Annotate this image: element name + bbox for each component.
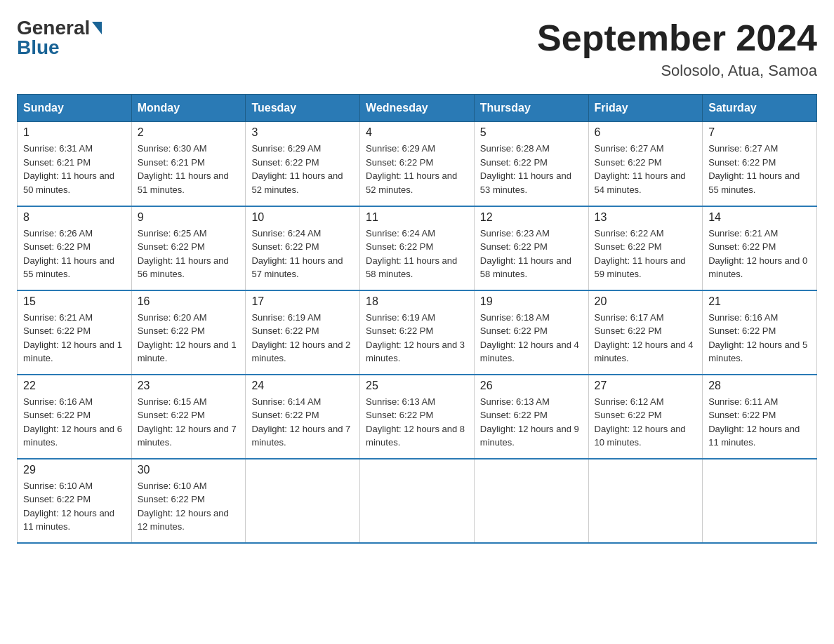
day-number: 22 (23, 380, 126, 392)
calendar-cell: 10Sunrise: 6:24 AMSunset: 6:22 PMDayligh… (246, 206, 360, 290)
day-header-friday: Friday (588, 95, 703, 122)
day-info: Sunrise: 6:27 AMSunset: 6:22 PMDaylight:… (595, 142, 697, 196)
calendar-cell: 20Sunrise: 6:17 AMSunset: 6:22 PMDayligh… (588, 290, 703, 375)
calendar-cell: 17Sunrise: 6:19 AMSunset: 6:22 PMDayligh… (246, 290, 360, 375)
logo-arrow-icon (92, 22, 102, 34)
day-header-monday: Monday (131, 95, 246, 122)
calendar-cell: 14Sunrise: 6:21 AMSunset: 6:22 PMDayligh… (703, 206, 817, 290)
day-info: Sunrise: 6:10 AMSunset: 6:22 PMDaylight:… (138, 479, 240, 534)
calendar-cell (246, 459, 360, 543)
day-info: Sunrise: 6:23 AMSunset: 6:22 PMDaylight:… (480, 227, 583, 281)
calendar-cell: 25Sunrise: 6:13 AMSunset: 6:22 PMDayligh… (360, 375, 475, 459)
day-number: 24 (251, 380, 354, 392)
day-number: 16 (138, 295, 240, 308)
calendar-cell: 24Sunrise: 6:14 AMSunset: 6:22 PMDayligh… (246, 375, 360, 459)
day-info: Sunrise: 6:14 AMSunset: 6:22 PMDaylight:… (251, 395, 354, 450)
calendar-cell: 16Sunrise: 6:20 AMSunset: 6:22 PMDayligh… (131, 290, 246, 375)
day-info: Sunrise: 6:20 AMSunset: 6:22 PMDaylight:… (138, 311, 240, 365)
day-number: 4 (366, 126, 468, 139)
logo: General Blue (17, 17, 103, 59)
calendar-header-row: SundayMondayTuesdayWednesdayThursdayFrid… (18, 95, 817, 122)
calendar-title: September 2024 (537, 17, 817, 59)
day-number: 9 (138, 211, 240, 224)
day-number: 7 (708, 126, 811, 139)
day-info: Sunrise: 6:18 AMSunset: 6:22 PMDaylight:… (480, 311, 583, 365)
day-number: 17 (251, 295, 354, 308)
day-info: Sunrise: 6:12 AMSunset: 6:22 PMDaylight:… (595, 395, 697, 450)
day-info: Sunrise: 6:21 AMSunset: 6:22 PMDaylight:… (23, 311, 126, 365)
calendar-cell: 19Sunrise: 6:18 AMSunset: 6:22 PMDayligh… (474, 290, 588, 375)
calendar-table: SundayMondayTuesdayWednesdayThursdayFrid… (17, 94, 817, 544)
calendar-cell: 22Sunrise: 6:16 AMSunset: 6:22 PMDayligh… (18, 375, 132, 459)
day-number: 21 (708, 295, 811, 308)
title-block: September 2024 Solosolo, Atua, Samoa (537, 17, 817, 80)
day-number: 10 (251, 211, 354, 224)
day-info: Sunrise: 6:29 AMSunset: 6:22 PMDaylight:… (366, 142, 468, 196)
day-number: 3 (251, 126, 354, 139)
day-number: 27 (595, 380, 697, 392)
calendar-cell: 6Sunrise: 6:27 AMSunset: 6:22 PMDaylight… (588, 122, 703, 206)
day-number: 25 (366, 380, 468, 392)
day-info: Sunrise: 6:27 AMSunset: 6:22 PMDaylight:… (708, 142, 811, 196)
day-number: 28 (708, 380, 811, 392)
day-number: 26 (480, 380, 583, 392)
calendar-cell: 1Sunrise: 6:31 AMSunset: 6:21 PMDaylight… (18, 122, 132, 206)
day-number: 30 (138, 464, 240, 476)
day-info: Sunrise: 6:29 AMSunset: 6:22 PMDaylight:… (251, 142, 354, 196)
day-info: Sunrise: 6:19 AMSunset: 6:22 PMDaylight:… (366, 311, 468, 365)
calendar-week-row: 1Sunrise: 6:31 AMSunset: 6:21 PMDaylight… (18, 122, 817, 206)
day-number: 1 (23, 126, 126, 139)
day-info: Sunrise: 6:26 AMSunset: 6:22 PMDaylight:… (23, 227, 126, 281)
calendar-cell: 5Sunrise: 6:28 AMSunset: 6:22 PMDaylight… (474, 122, 588, 206)
calendar-cell: 29Sunrise: 6:10 AMSunset: 6:22 PMDayligh… (18, 459, 132, 543)
day-header-thursday: Thursday (474, 95, 588, 122)
calendar-cell: 28Sunrise: 6:11 AMSunset: 6:22 PMDayligh… (703, 375, 817, 459)
calendar-cell: 18Sunrise: 6:19 AMSunset: 6:22 PMDayligh… (360, 290, 475, 375)
logo-blue-text: Blue (17, 36, 60, 59)
calendar-cell (703, 459, 817, 543)
day-info: Sunrise: 6:16 AMSunset: 6:22 PMDaylight:… (23, 395, 126, 450)
calendar-cell (588, 459, 703, 543)
day-number: 11 (366, 211, 468, 224)
day-header-tuesday: Tuesday (246, 95, 360, 122)
calendar-cell: 12Sunrise: 6:23 AMSunset: 6:22 PMDayligh… (474, 206, 588, 290)
day-number: 14 (708, 211, 811, 224)
day-number: 6 (595, 126, 697, 139)
page-header: General Blue September 2024 Solosolo, At… (17, 17, 817, 80)
day-info: Sunrise: 6:13 AMSunset: 6:22 PMDaylight:… (480, 395, 583, 450)
day-info: Sunrise: 6:22 AMSunset: 6:22 PMDaylight:… (595, 227, 697, 281)
day-number: 5 (480, 126, 583, 139)
day-number: 12 (480, 211, 583, 224)
calendar-cell: 2Sunrise: 6:30 AMSunset: 6:21 PMDaylight… (131, 122, 246, 206)
day-info: Sunrise: 6:16 AMSunset: 6:22 PMDaylight:… (708, 311, 811, 365)
day-info: Sunrise: 6:11 AMSunset: 6:22 PMDaylight:… (708, 395, 811, 450)
day-info: Sunrise: 6:24 AMSunset: 6:22 PMDaylight:… (251, 227, 354, 281)
calendar-cell: 9Sunrise: 6:25 AMSunset: 6:22 PMDaylight… (131, 206, 246, 290)
day-info: Sunrise: 6:25 AMSunset: 6:22 PMDaylight:… (138, 227, 240, 281)
calendar-cell: 30Sunrise: 6:10 AMSunset: 6:22 PMDayligh… (131, 459, 246, 543)
day-header-wednesday: Wednesday (360, 95, 475, 122)
calendar-cell: 27Sunrise: 6:12 AMSunset: 6:22 PMDayligh… (588, 375, 703, 459)
calendar-cell: 11Sunrise: 6:24 AMSunset: 6:22 PMDayligh… (360, 206, 475, 290)
day-info: Sunrise: 6:30 AMSunset: 6:21 PMDaylight:… (138, 142, 240, 196)
day-number: 13 (595, 211, 697, 224)
day-info: Sunrise: 6:13 AMSunset: 6:22 PMDaylight:… (366, 395, 468, 450)
calendar-cell: 15Sunrise: 6:21 AMSunset: 6:22 PMDayligh… (18, 290, 132, 375)
calendar-cell: 13Sunrise: 6:22 AMSunset: 6:22 PMDayligh… (588, 206, 703, 290)
calendar-cell: 4Sunrise: 6:29 AMSunset: 6:22 PMDaylight… (360, 122, 475, 206)
day-header-saturday: Saturday (703, 95, 817, 122)
day-number: 29 (23, 464, 126, 476)
day-header-sunday: Sunday (18, 95, 132, 122)
calendar-cell (474, 459, 588, 543)
day-number: 23 (138, 380, 240, 392)
calendar-cell: 7Sunrise: 6:27 AMSunset: 6:22 PMDaylight… (703, 122, 817, 206)
day-number: 2 (138, 126, 240, 139)
calendar-subtitle: Solosolo, Atua, Samoa (537, 62, 817, 80)
calendar-cell: 21Sunrise: 6:16 AMSunset: 6:22 PMDayligh… (703, 290, 817, 375)
day-info: Sunrise: 6:21 AMSunset: 6:22 PMDaylight:… (708, 227, 811, 281)
day-info: Sunrise: 6:24 AMSunset: 6:22 PMDaylight:… (366, 227, 468, 281)
day-number: 15 (23, 295, 126, 308)
day-info: Sunrise: 6:19 AMSunset: 6:22 PMDaylight:… (251, 311, 354, 365)
calendar-cell: 23Sunrise: 6:15 AMSunset: 6:22 PMDayligh… (131, 375, 246, 459)
calendar-cell: 26Sunrise: 6:13 AMSunset: 6:22 PMDayligh… (474, 375, 588, 459)
